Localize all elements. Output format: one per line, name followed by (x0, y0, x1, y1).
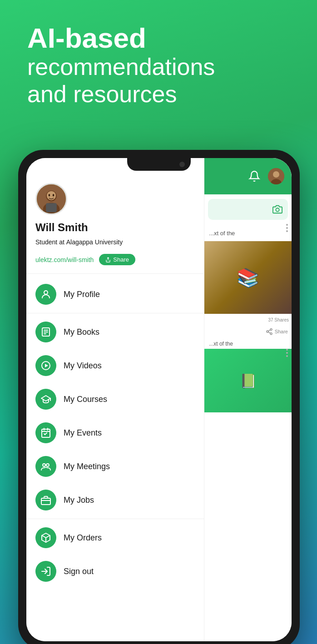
menu-label-videos: My Videos (64, 361, 102, 371)
peek-avatar-image (268, 168, 284, 184)
avatar (35, 183, 67, 215)
menu-item-orders[interactable]: My Orders (26, 521, 204, 555)
user-name: Will Smith (35, 221, 195, 234)
menu-label-books: My Books (64, 327, 99, 337)
menu-label-signout: Sign out (64, 567, 94, 576)
menu-label-meetings: My Meetings (64, 462, 110, 471)
user-link-row: ulektz.com/will-smith Share (35, 254, 195, 265)
svg-rect-23 (41, 498, 50, 505)
briefcase-icon (40, 495, 51, 505)
svg-point-5 (53, 194, 54, 196)
graduation-icon (40, 394, 51, 405)
svg-marker-13 (45, 364, 48, 367)
profile-icon-circle (35, 284, 56, 305)
menu-label-events: My Events (64, 428, 102, 438)
svg-point-32 (267, 331, 268, 332)
menu-label-jobs: My Jobs (64, 495, 94, 505)
menu-list: My Profile My Book (26, 274, 204, 641)
peek-book-image-2: 📗 (204, 349, 292, 412)
menu-item-profile[interactable]: My Profile (26, 277, 204, 311)
hero-subtitle-line3: and resources (27, 81, 290, 108)
calendar-icon (40, 427, 51, 438)
divider-after-jobs (26, 519, 204, 519)
svg-line-35 (268, 330, 270, 331)
phone-frame: Will Smith Student at Alagappa Universit… (18, 150, 300, 644)
book-emoji: 📚 (237, 267, 259, 288)
peek-book-image: 📚 (204, 241, 292, 314)
menu-item-jobs[interactable]: My Jobs (26, 483, 204, 517)
share-icon-peek (266, 328, 273, 335)
menu-item-events[interactable]: My Events (26, 416, 204, 450)
hero-section: AI-based recommendations and resources (0, 0, 317, 122)
hero-subtitle-line2: recommendations (27, 54, 290, 81)
camera-icon (272, 204, 282, 214)
menu-label-profile: My Profile (64, 290, 100, 299)
share-button[interactable]: Share (99, 254, 135, 265)
menu-label-orders: My Orders (64, 533, 102, 543)
svg-line-34 (268, 332, 270, 333)
svg-point-4 (49, 194, 50, 196)
peek-card-text-1: ...xt of the (204, 224, 292, 239)
svg-point-22 (46, 464, 49, 466)
side-drawer: Will Smith Student at Alagappa Universit… (26, 158, 204, 641)
peek-search-bar (208, 199, 288, 220)
share-icon (105, 257, 111, 263)
menu-item-videos[interactable]: My Videos (26, 349, 204, 382)
user-subtitle: Student at Alagappa University (35, 238, 195, 246)
avatar-image (37, 183, 66, 215)
jobs-icon-circle (35, 490, 56, 510)
user-link[interactable]: ulektz.com/will-smith (35, 256, 94, 263)
peek-stats-row: 37 Shares (204, 314, 292, 326)
options-dots-2[interactable] (286, 349, 288, 357)
book-icon (40, 327, 51, 337)
divider-after-profile (26, 313, 204, 313)
book-emoji-2: 📗 (240, 373, 257, 389)
hero-title: AI-based (27, 23, 290, 54)
menu-item-signout[interactable]: Sign out (26, 555, 204, 588)
play-icon (40, 360, 51, 371)
peek-user-avatar (268, 168, 284, 184)
events-icon-circle (35, 422, 56, 443)
videos-icon-circle (35, 355, 56, 376)
menu-item-courses[interactable]: My Courses (26, 382, 204, 416)
phone-mockup: Will Smith Student at Alagappa Universit… (18, 150, 300, 644)
group-icon (40, 461, 51, 472)
box-icon (40, 532, 51, 543)
svg-point-33 (270, 333, 272, 335)
drawer-header: Will Smith Student at Alagappa Universit… (26, 158, 204, 274)
phone-screen: Will Smith Student at Alagappa Universit… (26, 158, 292, 641)
signout-icon (40, 566, 51, 577)
svg-point-7 (44, 291, 48, 294)
bell-icon-wrapper (247, 169, 262, 183)
bell-icon (248, 170, 260, 182)
courses-icon-circle (35, 389, 56, 410)
svg-point-21 (43, 464, 45, 466)
person-icon (40, 289, 51, 300)
peek-header (204, 158, 292, 194)
menu-label-courses: My Courses (64, 395, 107, 404)
options-dots-1[interactable] (286, 224, 288, 232)
menu-item-meetings[interactable]: My Meetings (26, 450, 204, 483)
svg-rect-6 (46, 203, 57, 212)
main-content-peek: ...xt of the 📚 37 Shares Share (204, 158, 292, 641)
svg-line-20 (45, 433, 47, 435)
meetings-icon-circle (35, 456, 56, 477)
svg-point-31 (270, 328, 272, 330)
orders-icon-circle (35, 527, 56, 548)
peek-card-text-2: ...xt of the (204, 337, 292, 349)
svg-point-28 (273, 171, 279, 178)
peek-share-text: Share (275, 329, 288, 334)
user-info: Will Smith Student at Alagappa Universit… (35, 183, 195, 265)
books-icon-circle (35, 322, 56, 342)
signout-icon-circle (35, 561, 56, 582)
svg-point-30 (276, 208, 279, 211)
menu-item-books[interactable]: My Books (26, 315, 204, 349)
peek-share-row[interactable]: Share (204, 326, 292, 337)
